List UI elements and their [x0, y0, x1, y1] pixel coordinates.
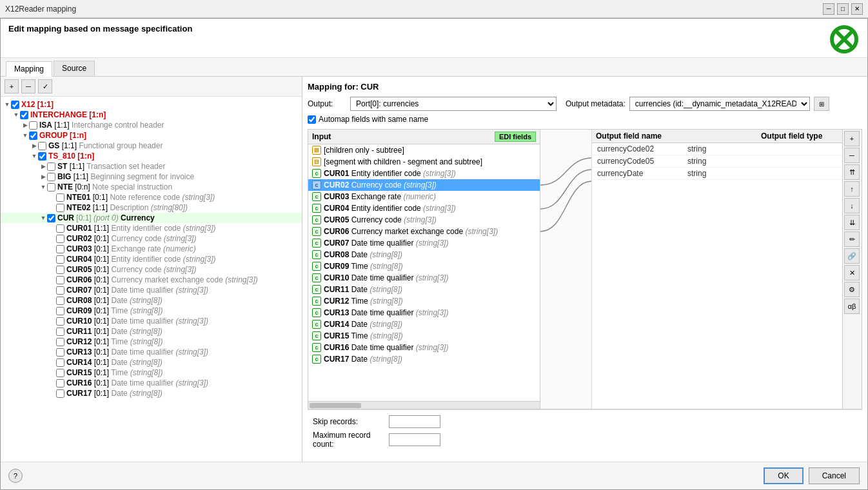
checkbox-cur17[interactable]	[56, 389, 64, 398]
checkbox-st[interactable]	[47, 162, 55, 171]
expand-gs[interactable]: ▶	[30, 142, 38, 150]
checkbox-cur11[interactable]	[56, 328, 64, 336]
checkbox-cur08[interactable]	[56, 297, 64, 305]
tree-item-cur09[interactable]: CUR09 [0:1] Time (string[8])	[1, 306, 302, 316]
tree-item-nte02[interactable]: NTE02 [1:1] Description (string[80])	[1, 202, 302, 213]
input-item-cur10[interactable]: c CUR10 Date time qualifier (string[3])	[308, 272, 540, 284]
input-item-cur14[interactable]: c CUR14 Date (string[8])	[308, 318, 540, 330]
checkbox-cur01[interactable]	[56, 224, 64, 233]
checkbox-gs[interactable]	[38, 142, 46, 150]
expand-st[interactable]: ▶	[39, 162, 47, 170]
checkbox-cur02[interactable]	[56, 235, 64, 243]
input-item-cur03[interactable]: c CUR03 Exchange rate (numeric)	[308, 191, 540, 202]
checkbox-nte[interactable]	[47, 183, 55, 191]
input-item-cur09[interactable]: c CUR09 Time (string[8])	[308, 260, 540, 272]
input-item-cur08[interactable]: c CUR08 Date (string[8])	[308, 249, 540, 260]
checkbox-cur10[interactable]	[56, 317, 64, 326]
input-item-subtree1[interactable]: ⊞ [children only - subtree]	[308, 144, 540, 156]
automap-checkbox[interactable]	[308, 115, 316, 124]
expand-group[interactable]: ▼	[21, 132, 29, 139]
expand-cur[interactable]: ▼	[39, 214, 47, 222]
checkbox-x12[interactable]	[11, 101, 19, 109]
tree-item-x12[interactable]: ▼ X12 [1:1]	[1, 99, 302, 110]
input-item-cur13[interactable]: c CUR13 Date time qualifier (string[3])	[308, 307, 540, 318]
expand-all-button[interactable]: +	[5, 79, 19, 93]
delete-button[interactable]: ✕	[844, 265, 860, 280]
move-top-button[interactable]: ⇈	[844, 164, 860, 180]
tree-item-cur07[interactable]: CUR07 [0:1] Date time qualifier (string[…	[1, 285, 302, 295]
move-bottom-button[interactable]: ⇊	[844, 215, 860, 230]
tree-item-cur16[interactable]: CUR16 [0:1] Date time qualifier (string[…	[1, 378, 302, 388]
expand-isa[interactable]: ▶	[21, 121, 29, 129]
tree-item-big[interactable]: ▶ BIG [1:1] Beginning segment for invoic…	[1, 172, 302, 182]
move-down-button[interactable]: ↓	[844, 198, 860, 213]
input-item-cur15[interactable]: c CUR15 Time (string[8])	[308, 330, 540, 342]
input-scrollbar-h[interactable]	[308, 401, 540, 409]
edit-button[interactable]: ✏	[844, 231, 860, 247]
output-meta-edit-button[interactable]: ⊞	[814, 97, 829, 111]
tree-item-cur12[interactable]: CUR12 [0:1] Time (string[8])	[1, 337, 302, 347]
input-item-cur05[interactable]: c CUR05 Currency code (string[3])	[308, 214, 540, 226]
input-item-cur02[interactable]: c CUR02 Currency code (string[3])	[308, 179, 540, 191]
checkbox-cur03[interactable]	[56, 245, 64, 253]
skip-input[interactable]	[389, 415, 440, 428]
checkbox-nte01[interactable]	[56, 193, 64, 202]
tree-item-cur15[interactable]: CUR15 [0:1] Time (string[8])	[1, 368, 302, 378]
checkbox-cur05[interactable]	[56, 266, 64, 274]
output-meta-select[interactable]: currencies (id:__dynamic_metadata_X12REA…	[629, 97, 810, 111]
checkbox-ts810[interactable]	[38, 152, 46, 161]
checkbox-cur07[interactable]	[56, 286, 64, 295]
add-button[interactable]: +	[844, 131, 860, 146]
tree-item-cur04[interactable]: CUR04 [0:1] Entity identifier code (stri…	[1, 254, 302, 264]
tree-item-gs[interactable]: ▶ GS [1:1] Functional group header	[1, 141, 302, 151]
expand-ts810[interactable]: ▼	[30, 152, 38, 160]
input-item-subtree2[interactable]: ⊟ [segment with children - segment and s…	[308, 156, 540, 168]
cancel-button[interactable]: Cancel	[809, 467, 860, 484]
minimize-button[interactable]: ─	[823, 3, 834, 15]
link-button[interactable]: 🔗	[844, 248, 860, 264]
help-button[interactable]: ?	[8, 469, 23, 483]
checkbox-cur04[interactable]	[56, 255, 64, 264]
tree-item-cur01[interactable]: CUR01 [1:1] Entity identifier code (stri…	[1, 223, 302, 233]
checkbox-cur09[interactable]	[56, 307, 64, 315]
collapse-all-button[interactable]: ─	[21, 79, 35, 93]
expand-x12[interactable]: ▼	[3, 101, 11, 108]
settings-button[interactable]: ⚙	[844, 282, 860, 297]
checkbox-isa[interactable]	[29, 121, 37, 130]
input-item-cur12[interactable]: c CUR12 Time (string[8])	[308, 295, 540, 307]
expand-nte[interactable]: ▼	[39, 183, 47, 191]
expand-interchange[interactable]: ▼	[12, 111, 20, 119]
checkbox-cur14[interactable]	[56, 358, 64, 367]
tree-item-nte[interactable]: ▼ NTE [0:n] Note special instruction	[1, 182, 302, 192]
tab-source[interactable]: Source	[54, 61, 95, 76]
checkbox-group[interactable]	[29, 132, 37, 140]
tree-item-nte01[interactable]: NTE01 [0:1] Note reference code (string[…	[1, 192, 302, 202]
expression-button[interactable]: αβ	[844, 299, 860, 314]
remove-button[interactable]: ─	[844, 148, 860, 163]
checkbox-cur13[interactable]	[56, 348, 64, 357]
checkbox-cur16[interactable]	[56, 379, 64, 387]
tree-item-cur08[interactable]: CUR08 [0:1] Date (string[8])	[1, 295, 302, 306]
close-button[interactable]: ✕	[851, 3, 863, 15]
ok-button[interactable]: OK	[764, 467, 803, 484]
checkbox-cur15[interactable]	[56, 369, 64, 377]
tree-item-cur14[interactable]: CUR14 [0:1] Date (string[8])	[1, 357, 302, 368]
tree-item-cur06[interactable]: CUR06 [0:1] Currency market exchange cod…	[1, 275, 302, 285]
maximize-button[interactable]: □	[837, 3, 849, 15]
checkbox-cur06[interactable]	[56, 276, 64, 284]
input-item-cur16[interactable]: c CUR16 Date time qualifier (string[3])	[308, 342, 540, 353]
tree-item-st[interactable]: ▶ ST [1:1] Transaction set header	[1, 161, 302, 172]
input-item-cur17[interactable]: c CUR17 Date (string[8])	[308, 353, 540, 365]
output-select[interactable]: Port[0]: currencies	[350, 97, 557, 111]
tree-item-cur17[interactable]: CUR17 [0:1] Date (string[8])	[1, 388, 302, 398]
tree-item-cur[interactable]: ▼ CUR [0:1] (port 0) Currency	[1, 213, 302, 223]
tree-item-cur05[interactable]: CUR05 [0:1] Currency code (string[3])	[1, 264, 302, 275]
tree-item-group[interactable]: ▼ GROUP [1:n]	[1, 130, 302, 141]
input-item-cur11[interactable]: c CUR11 Date (string[8])	[308, 284, 540, 295]
checkbox-big[interactable]	[47, 173, 55, 181]
checkbox-interchange[interactable]	[20, 111, 28, 119]
input-item-cur01[interactable]: c CUR01 Entity identifier code (string[3…	[308, 168, 540, 179]
tree-item-cur03[interactable]: CUR03 [0:1] Exchange rate (numeric)	[1, 244, 302, 254]
checkbox-cur12[interactable]	[56, 338, 64, 346]
tree-item-cur13[interactable]: CUR13 [0:1] Date time qualifier (string[…	[1, 347, 302, 357]
